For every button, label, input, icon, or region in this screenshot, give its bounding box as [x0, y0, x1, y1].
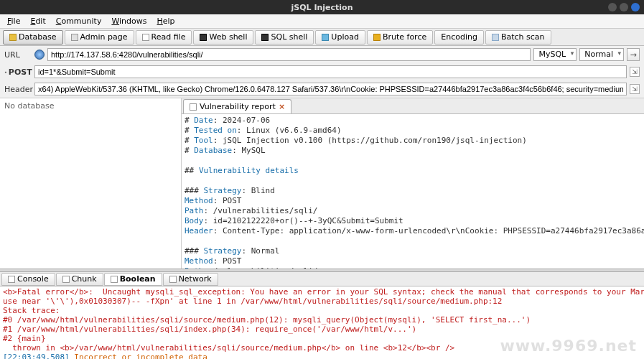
web-shell-icon — [200, 34, 207, 41]
header-input[interactable] — [34, 83, 627, 95]
menubar: FileEditCommunityWindowsHelp — [0, 14, 644, 29]
minimize-icon[interactable] — [608, 3, 617, 11]
post-row: POST ⇲ — [0, 63, 644, 80]
sidebar: No database — [0, 98, 182, 269]
toolbar-brute-force[interactable]: Brute force — [367, 30, 433, 45]
tab-label: Vulnerability report — [200, 102, 276, 111]
url-row: URL MySQL Normal → — [0, 46, 644, 63]
bottom-tab-boolean[interactable]: Boolean — [104, 273, 162, 286]
batch-scan-icon — [492, 34, 499, 41]
sql-shell-icon — [261, 34, 269, 41]
tab-close-icon[interactable]: × — [279, 102, 285, 111]
report-icon — [190, 103, 197, 111]
post-input[interactable] — [34, 65, 627, 78]
toolbar: DatabaseAdmin pageRead fileWeb shellSQL … — [0, 29, 644, 46]
globe-icon — [34, 50, 45, 60]
network-icon — [169, 276, 177, 283]
header-label: Header — [4, 85, 32, 94]
titlebar: jSQL Injection — [0, 0, 644, 14]
toolbar-sql-shell[interactable]: SQL shell — [255, 30, 314, 45]
brute-force-icon — [373, 34, 381, 41]
boolean-icon — [111, 276, 118, 283]
admin-page-icon — [71, 34, 78, 41]
window-controls — [608, 3, 640, 11]
console-icon — [8, 276, 15, 283]
url-label: URL — [4, 50, 32, 60]
upload-icon — [322, 34, 329, 41]
window-title: jSQL Injection — [291, 3, 353, 12]
content: Vulnerability report × # Date: 2024-07-0… — [182, 98, 644, 269]
menu-file[interactable]: File — [3, 15, 24, 27]
tab-vuln-report[interactable]: Vulnerability report × — [183, 99, 291, 113]
post-label: POST — [4, 67, 32, 77]
toolbar-upload[interactable]: Upload — [315, 30, 365, 45]
toolbar-database[interactable]: Database — [3, 30, 63, 45]
go-button[interactable]: → — [627, 48, 640, 61]
toolbar-read-file[interactable]: Read file — [136, 30, 192, 45]
main-area: No database Vulnerability report × # Dat… — [0, 98, 644, 269]
database-icon — [9, 34, 17, 41]
menu-help[interactable]: Help — [153, 15, 179, 27]
tab-strip: Vulnerability report × — [182, 98, 644, 114]
chunk-icon — [62, 276, 70, 283]
bottom-tabstrip: ConsoleChunkBooleanNetwork — [0, 272, 644, 286]
menu-community[interactable]: Community — [52, 15, 106, 27]
close-icon[interactable] — [631, 3, 640, 11]
console[interactable]: <b>Fatal error</b>: Uncaught mysqli_sql_… — [0, 286, 644, 359]
header-row: Header ⇲ — [0, 80, 644, 98]
menu-edit[interactable]: Edit — [26, 15, 50, 27]
sidebar-empty-text: No database — [4, 101, 54, 111]
menu-windows[interactable]: Windows — [107, 15, 151, 27]
toolbar-admin-page[interactable]: Admin page — [65, 30, 134, 45]
bottom-tab-chunk[interactable]: Chunk — [56, 273, 103, 286]
report-body[interactable]: # Date: 2024-07-06# Tested on: Linux (v6… — [182, 114, 644, 269]
toolbar-web-shell[interactable]: Web shell — [193, 30, 253, 45]
toolbar-encoding[interactable]: Encoding — [434, 30, 484, 45]
strategy-combo[interactable]: Normal — [579, 48, 624, 61]
expand-post-button[interactable]: ⇲ — [630, 67, 640, 77]
read-file-icon — [142, 34, 149, 41]
toolbar-batch-scan[interactable]: Batch scan — [485, 30, 551, 45]
db-combo[interactable]: MySQL — [533, 48, 577, 61]
url-input[interactable] — [47, 48, 531, 61]
bottom-tab-console[interactable]: Console — [1, 273, 55, 286]
expand-header-button[interactable]: ⇲ — [630, 84, 640, 94]
bottom-tab-network[interactable]: Network — [163, 273, 218, 286]
maximize-icon[interactable] — [620, 3, 628, 11]
